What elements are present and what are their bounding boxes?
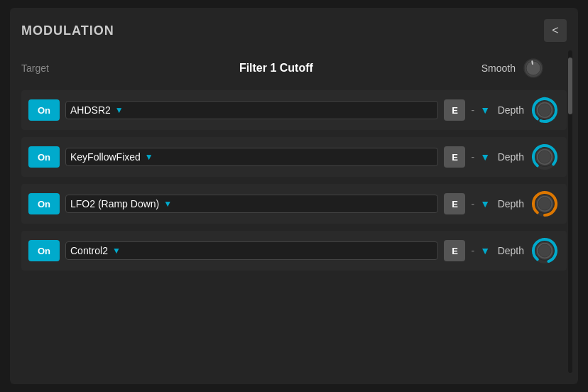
dropdown-chevron-1: ▼ bbox=[115, 105, 124, 115]
depth-label-2: Depth bbox=[496, 151, 524, 163]
dropdown-chevron-2: ▼ bbox=[145, 152, 153, 162]
arrow-down-button-2[interactable]: ▼ bbox=[480, 151, 490, 163]
depth-label-1: Depth bbox=[496, 104, 524, 116]
source-name-2: KeyFollowFixed bbox=[70, 151, 141, 163]
svg-line-2 bbox=[532, 61, 533, 64]
depth-knob-1[interactable] bbox=[530, 95, 560, 125]
smooth-label: Smooth bbox=[481, 62, 516, 74]
dash-label-4: - bbox=[471, 245, 474, 256]
e-button-2[interactable]: E bbox=[444, 146, 465, 168]
arrow-down-button-1[interactable]: ▼ bbox=[480, 104, 490, 116]
source-name-1: AHDSR2 bbox=[70, 104, 111, 116]
dash-label-3: - bbox=[471, 198, 474, 209]
depth-knob-3[interactable] bbox=[530, 189, 560, 219]
mod-row-4: On Control2 ▼ E - ▼ Depth bbox=[21, 231, 567, 271]
panel-title: MODULATION bbox=[21, 23, 114, 38]
on-button-1[interactable]: On bbox=[28, 99, 60, 121]
panel-header: MODULATION < bbox=[21, 19, 567, 42]
e-button-4[interactable]: E bbox=[444, 240, 465, 261]
svg-point-14 bbox=[538, 244, 551, 257]
source-name-4: Control2 bbox=[70, 245, 108, 256]
mod-rows-container: On AHDSR2 ▼ E - ▼ Depth On bbox=[21, 90, 567, 271]
mod-row-2: On KeyFollowFixed ▼ E - ▼ Depth bbox=[21, 137, 567, 177]
source-dropdown-4[interactable]: Control2 ▼ bbox=[65, 241, 438, 260]
source-dropdown-1[interactable]: AHDSR2 ▼ bbox=[65, 101, 438, 119]
arrow-down-button-4[interactable]: ▼ bbox=[480, 245, 490, 256]
dash-label-2: - bbox=[471, 151, 474, 163]
e-button-3[interactable]: E bbox=[444, 193, 465, 214]
target-label: Target bbox=[21, 62, 71, 74]
dropdown-chevron-4: ▼ bbox=[112, 246, 121, 256]
e-button-1[interactable]: E bbox=[444, 99, 465, 121]
depth-label-4: Depth bbox=[496, 245, 524, 256]
source-dropdown-2[interactable]: KeyFollowFixed ▼ bbox=[65, 148, 438, 166]
arrow-down-button-3[interactable]: ▼ bbox=[480, 198, 490, 209]
on-button-4[interactable]: On bbox=[28, 240, 60, 261]
source-name-3: LFO2 (Ramp Down) bbox=[70, 198, 159, 209]
mod-row-1: On AHDSR2 ▼ E - ▼ Depth bbox=[21, 90, 567, 130]
depth-knob-2[interactable] bbox=[530, 142, 560, 172]
dropdown-chevron-3: ▼ bbox=[163, 199, 172, 209]
on-button-3[interactable]: On bbox=[28, 193, 60, 214]
smooth-knob[interactable] bbox=[521, 56, 545, 80]
on-button-2[interactable]: On bbox=[28, 146, 60, 168]
depth-knob-4[interactable] bbox=[530, 236, 560, 266]
target-row: Target Filter 1 Cutoff Smooth bbox=[21, 56, 567, 80]
svg-point-1 bbox=[526, 61, 540, 75]
source-dropdown-3[interactable]: LFO2 (Ramp Down) ▼ bbox=[65, 195, 438, 213]
dash-label-1: - bbox=[471, 104, 474, 116]
mod-row-3: On LFO2 (Ramp Down) ▼ E - ▼ Depth bbox=[21, 184, 567, 224]
target-name: Filter 1 Cutoff bbox=[71, 62, 481, 75]
collapse-button[interactable]: < bbox=[544, 19, 567, 42]
scrollbar-thumb bbox=[568, 58, 572, 114]
depth-label-3: Depth bbox=[496, 198, 524, 209]
svg-point-11 bbox=[538, 197, 551, 210]
svg-point-5 bbox=[538, 104, 551, 116]
modulation-panel: MODULATION < Target Filter 1 Cutoff Smoo… bbox=[10, 8, 578, 384]
svg-point-8 bbox=[538, 151, 551, 163]
scrollbar[interactable] bbox=[568, 50, 572, 373]
